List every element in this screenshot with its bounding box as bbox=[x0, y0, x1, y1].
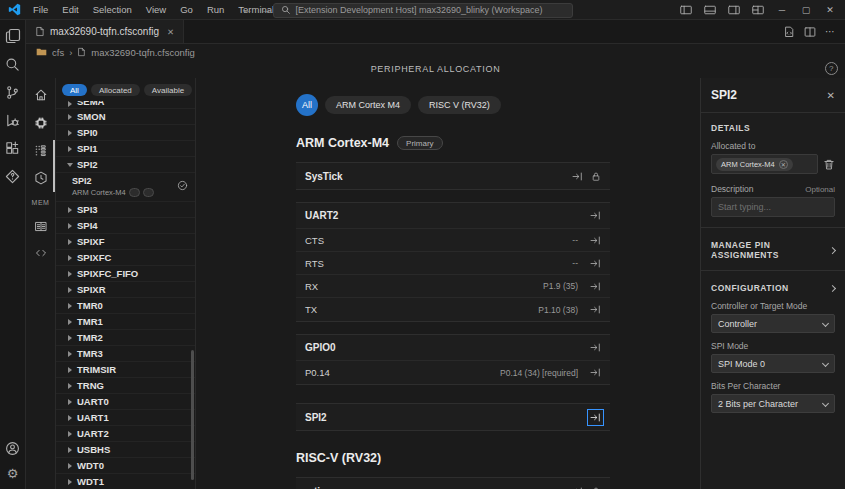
allocate-icon[interactable] bbox=[572, 486, 583, 489]
allocate-icon[interactable] bbox=[590, 235, 601, 246]
tab-cfsconfig[interactable]: max32690-tqfn.cfsconfig ✕ bbox=[26, 20, 184, 43]
tree-item[interactable]: SEMA bbox=[56, 101, 195, 109]
tree-child-spi2[interactable]: SPI2 ARM Cortex-M4 bbox=[56, 173, 195, 202]
command-center-search[interactable]: [Extension Development Host] max32690_bl… bbox=[273, 3, 573, 18]
tree-item[interactable]: TMR0 bbox=[56, 298, 195, 314]
tree-item[interactable]: TMR3 bbox=[56, 346, 195, 362]
menu-edit[interactable]: Edit bbox=[56, 2, 84, 17]
allocated-to-input[interactable]: ARM Cortex-M4 ✕ bbox=[711, 154, 818, 174]
tree-item[interactable]: SPIXF bbox=[56, 234, 195, 250]
memory-allocation-icon[interactable]: MEM bbox=[32, 199, 50, 206]
manage-pin-assignments-row[interactable]: MANAGE PIN ASSIGNMENTS bbox=[711, 240, 835, 260]
core-filter-all[interactable]: All bbox=[296, 94, 318, 116]
allocate-icon[interactable] bbox=[590, 281, 601, 292]
help-icon[interactable]: ? bbox=[825, 62, 838, 75]
tree-item[interactable]: UART0 bbox=[56, 394, 195, 410]
menu-selection[interactable]: Selection bbox=[87, 2, 138, 17]
configuration-row[interactable]: CONFIGURATION bbox=[711, 283, 835, 293]
split-editor-icon[interactable] bbox=[804, 26, 816, 38]
allocate-icon[interactable] bbox=[590, 304, 601, 315]
mode-select[interactable]: Controller bbox=[711, 314, 835, 333]
restore-icon[interactable]: ▢ bbox=[795, 1, 817, 19]
source-control-icon[interactable] bbox=[5, 85, 20, 100]
tree-item[interactable]: TMR2 bbox=[56, 330, 195, 346]
toggle-secondary-sidebar-icon[interactable] bbox=[723, 1, 745, 19]
toggle-panel-icon[interactable] bbox=[699, 1, 721, 19]
bits-select[interactable]: 2 Bits per Character bbox=[711, 394, 835, 413]
tab-close-icon[interactable]: ✕ bbox=[167, 27, 174, 37]
tree-item[interactable]: SMON bbox=[56, 109, 195, 125]
core-filter-cm4[interactable]: ARM Cortex M4 bbox=[325, 96, 411, 114]
toggle-sidebar-icon[interactable] bbox=[675, 1, 697, 19]
filter-all[interactable]: All bbox=[62, 84, 87, 96]
signal-row[interactable]: CTS -- bbox=[296, 229, 610, 252]
pin-config-icon[interactable] bbox=[34, 144, 47, 157]
tree-item[interactable]: SPIXFC bbox=[56, 250, 195, 266]
extensions-icon[interactable] bbox=[5, 141, 20, 156]
allocate-icon[interactable] bbox=[590, 258, 601, 269]
registers-icon[interactable] bbox=[34, 220, 48, 233]
tree-item[interactable]: TRIMSIR bbox=[56, 362, 195, 378]
breadcrumb-folder[interactable]: cfs bbox=[52, 47, 64, 58]
tree-item-spi2[interactable]: SPI2 bbox=[56, 157, 195, 173]
allocate-icon[interactable] bbox=[590, 342, 601, 353]
tree-item[interactable]: WDT0 bbox=[56, 458, 195, 474]
menu-run[interactable]: Run bbox=[201, 2, 230, 17]
settings-gear-icon[interactable]: ⚙ bbox=[7, 466, 19, 481]
tree-item[interactable]: TMR1 bbox=[56, 314, 195, 330]
signal-row[interactable]: P0.14 P0.14 (34) [required] bbox=[296, 361, 610, 384]
tree-scrollbar-thumb[interactable] bbox=[191, 350, 194, 480]
tree-item[interactable]: UART2 bbox=[56, 426, 195, 442]
peripheral-allocation-icon[interactable] bbox=[34, 116, 48, 130]
peripheral-row-spi2[interactable]: SPI2 bbox=[296, 404, 610, 430]
tree-item[interactable]: SPIXFC_FIFO bbox=[56, 266, 195, 282]
allocate-icon[interactable] bbox=[572, 171, 583, 182]
core-filter-riscv[interactable]: RISC V (RV32) bbox=[418, 96, 501, 114]
remove-core-icon[interactable]: ✕ bbox=[779, 160, 788, 169]
spi-mode-select[interactable]: SPI Mode 0 bbox=[711, 354, 835, 373]
tree-item[interactable]: USBHS bbox=[56, 442, 195, 458]
peripheral-row[interactable]: GPIO0 bbox=[296, 335, 610, 361]
show-source-icon[interactable] bbox=[783, 26, 795, 38]
trash-icon[interactable] bbox=[823, 158, 835, 171]
account-icon[interactable] bbox=[5, 441, 20, 456]
search-view-icon[interactable] bbox=[5, 57, 20, 72]
run-debug-icon[interactable] bbox=[5, 113, 20, 128]
generate-code-icon[interactable] bbox=[34, 247, 48, 259]
signal-row[interactable]: RTS -- bbox=[296, 252, 610, 275]
peripheral-row[interactable]: UART2 bbox=[296, 203, 610, 229]
breadcrumb-file[interactable]: max32690-tqfn.cfsconfig bbox=[91, 47, 195, 58]
tree-item[interactable]: SPI1 bbox=[56, 141, 195, 157]
peripheral-row[interactable]: mtime bbox=[296, 478, 610, 489]
menu-file[interactable]: File bbox=[27, 2, 54, 17]
signal-row[interactable]: RX P1.9 (35) bbox=[296, 275, 610, 298]
explorer-icon[interactable] bbox=[5, 28, 21, 44]
peripheral-row[interactable]: SysTick bbox=[296, 163, 610, 189]
tree-item[interactable]: SPIXR bbox=[56, 282, 195, 298]
tree-item[interactable]: TRNG bbox=[56, 378, 195, 394]
description-input[interactable] bbox=[711, 197, 835, 217]
forward-icon[interactable]: → bbox=[261, 3, 272, 15]
cfs-tools-icon[interactable] bbox=[5, 169, 20, 184]
panel-close-icon[interactable]: ✕ bbox=[827, 90, 835, 101]
filter-available[interactable]: Available bbox=[144, 84, 192, 96]
filter-allocated[interactable]: Allocated bbox=[91, 84, 140, 96]
menu-go[interactable]: Go bbox=[174, 2, 199, 17]
minimize-icon[interactable]: ─ bbox=[771, 1, 793, 19]
core-chip[interactable]: ARM Cortex-M4 ✕ bbox=[716, 158, 793, 171]
allocate-icon[interactable] bbox=[590, 367, 601, 378]
tree-item[interactable]: UART1 bbox=[56, 410, 195, 426]
clock-config-icon[interactable] bbox=[34, 171, 48, 185]
tree-item[interactable]: SPI0 bbox=[56, 125, 195, 141]
allocate-icon-focused[interactable] bbox=[590, 412, 601, 423]
home-icon[interactable] bbox=[34, 88, 48, 102]
signal-row[interactable]: TX P1.10 (38) bbox=[296, 298, 610, 321]
tree-item[interactable]: SPI4 bbox=[56, 218, 195, 234]
more-actions-icon[interactable]: ⋯ bbox=[825, 26, 835, 37]
back-icon[interactable]: ← bbox=[242, 3, 253, 15]
close-window-icon[interactable]: ✕ bbox=[819, 1, 841, 19]
menu-view[interactable]: View bbox=[140, 2, 172, 17]
tree-item[interactable]: SPI3 bbox=[56, 202, 195, 218]
tree-item[interactable]: WDT1 bbox=[56, 474, 195, 489]
customize-layout-icon[interactable] bbox=[747, 1, 769, 19]
